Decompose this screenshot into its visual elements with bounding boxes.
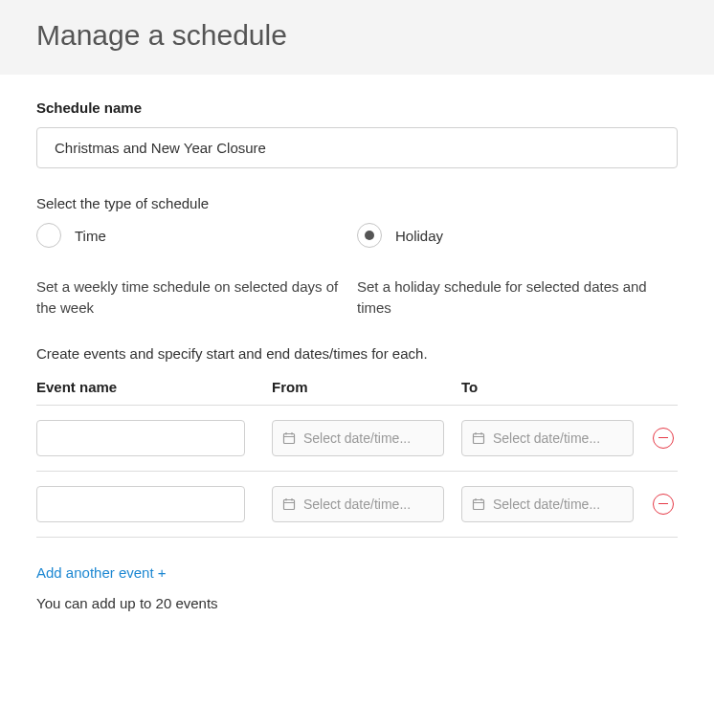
events-intro: Create events and specify start and end … [36, 345, 678, 362]
date-placeholder: Select date/time... [493, 430, 600, 446]
event-name-input[interactable] [36, 420, 245, 456]
event-to-input[interactable]: Select date/time... [461, 420, 634, 456]
radio-holiday[interactable] [357, 223, 382, 248]
svg-rect-0 [284, 433, 295, 443]
event-name-input[interactable] [36, 486, 245, 522]
schedule-type-label: Select the type of schedule [36, 195, 678, 211]
radio-time-label: Time [75, 228, 106, 244]
event-to-input[interactable]: Select date/time... [461, 486, 634, 522]
date-placeholder: Select date/time... [493, 496, 600, 512]
svg-rect-4 [474, 433, 484, 443]
minus-icon [658, 503, 668, 505]
date-placeholder: Select date/time... [303, 496, 411, 512]
add-event-link[interactable]: Add another event + [36, 564, 167, 581]
event-from-input[interactable]: Select date/time... [272, 420, 444, 456]
remove-event-button[interactable] [653, 494, 674, 515]
time-description: Set a weekly time schedule on selected d… [36, 276, 357, 319]
holiday-description: Set a holiday schedule for selected date… [357, 276, 678, 319]
minus-icon [658, 437, 668, 439]
calendar-icon [282, 431, 296, 445]
svg-rect-8 [284, 499, 295, 509]
calendar-icon [472, 431, 485, 445]
schedule-name-input[interactable] [36, 127, 678, 168]
date-placeholder: Select date/time... [303, 430, 411, 446]
event-row: Select date/time... Select date/time... [36, 406, 678, 472]
radio-time[interactable] [36, 223, 61, 248]
page-title: Manage a schedule [36, 19, 678, 52]
event-from-input[interactable]: Select date/time... [272, 486, 444, 522]
remove-event-button[interactable] [653, 428, 674, 449]
calendar-icon [472, 497, 485, 511]
event-row: Select date/time... Select date/time... [36, 472, 678, 538]
svg-rect-12 [474, 499, 484, 509]
column-event-name: Event name [36, 379, 272, 395]
schedule-name-label: Schedule name [36, 99, 678, 116]
calendar-icon [282, 497, 296, 511]
event-limit-text: You can add up to 20 events [36, 595, 678, 611]
column-from: From [272, 379, 461, 395]
radio-holiday-label: Holiday [395, 228, 443, 244]
column-to: To [461, 379, 651, 395]
